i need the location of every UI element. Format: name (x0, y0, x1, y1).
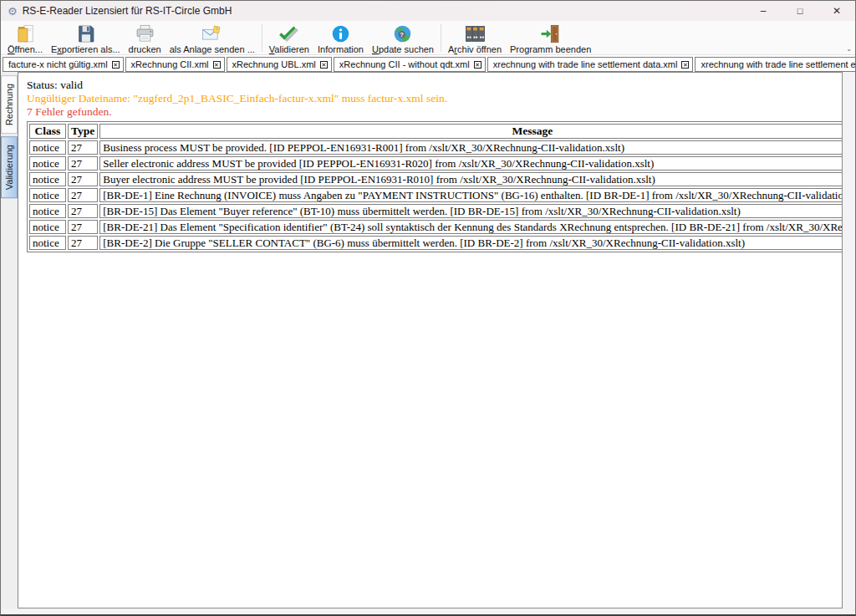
toolbar-separator (262, 24, 262, 52)
tab-close-icon[interactable]: ✕ (112, 61, 120, 69)
main-area: RechnungValidierung Status: valid Ungült… (1, 72, 855, 614)
toolbar-send-label: als Anlage senden ... (170, 44, 255, 54)
toolbar-archive-label: Archiv öffnen (448, 44, 502, 54)
archive-binders-icon (465, 23, 486, 44)
message-cell-class: notice (29, 236, 66, 250)
message-row[interactable]: notice27Buyer electronic address MUST be… (29, 172, 843, 186)
message-cell-type: 27 (68, 220, 98, 234)
toolbar-overflow-button[interactable]: ⌄ (846, 46, 852, 53)
document-tab-label: xRechnung CII.xml (131, 59, 209, 69)
folder-open-icon (15, 23, 36, 44)
column-header-type: Type (68, 124, 98, 139)
toolbar-separator (441, 24, 441, 52)
app-gear-icon: ⚙ (8, 6, 18, 17)
tab-bar: facture-x nicht gültig.xml✕xRechnung CII… (1, 55, 855, 72)
message-cell-type: 27 (68, 188, 98, 202)
document-tab-label: xrechnung with trade line settlement dat… (493, 59, 678, 69)
app-window: ⚙ RS-E-Reader Lizensiert für RS-IT-Circl… (0, 0, 856, 616)
document-tab-1[interactable]: facture-x nicht gültig.xml✕ (3, 57, 124, 72)
document-tab-4[interactable]: xRechnung CII - without qdt.xml✕ (334, 57, 486, 72)
window-controls: – □ ✕ (745, 1, 855, 21)
message-row[interactable]: notice27[BR-DE-1] Eine Rechnung (INVOICE… (29, 188, 843, 202)
close-button[interactable]: ✕ (818, 1, 855, 21)
message-cell-type: 27 (68, 204, 98, 218)
message-cell-message: Buyer electronic address MUST be provide… (99, 172, 843, 186)
message-cell-message: [BR-DE-15] Das Element "Buyer reference"… (99, 204, 843, 218)
maximize-button[interactable]: □ (782, 1, 818, 21)
printer-icon (135, 23, 155, 44)
document-tab-3[interactable]: xRechnung UBL.xml✕ (227, 57, 332, 72)
double-check-icon (278, 23, 299, 44)
toolbar-print-label: drucken (129, 44, 161, 54)
message-cell-message: [BR-DE-21] Das Element "Specification id… (99, 220, 843, 234)
column-header-message: Message (99, 124, 843, 139)
toolbar-update-label: Update suchen (372, 44, 434, 54)
document-tab-label: facture-x nicht gültig.xml (8, 59, 108, 69)
side-tab-strip: RechnungValidierung (1, 72, 18, 608)
column-header-class: Class (29, 124, 66, 139)
toolbar-export-button[interactable]: Exportieren als... (47, 23, 125, 53)
toolbar-exit-label: Programm beenden (510, 44, 591, 54)
message-cell-class: notice (29, 204, 66, 218)
title-bar: ⚙ RS-E-Reader Lizensiert für RS-IT-Circl… (1, 1, 855, 21)
table-header: ClassTypeMessage (29, 124, 843, 139)
message-cell-message: [BR-DE-2] Die Gruppe "SELLER CONTACT" (B… (99, 236, 843, 250)
tab-close-icon[interactable]: ✕ (681, 61, 689, 69)
tab-close-icon[interactable]: ✕ (474, 61, 482, 69)
toolbar-validate-label: Validieren (269, 44, 309, 54)
message-row[interactable]: notice27Seller electronic address MUST b… (29, 156, 843, 171)
toolbar-print-button[interactable]: drucken (125, 23, 166, 53)
message-cell-message: Business process MUST be provided. [ID P… (99, 140, 843, 155)
message-cell-type: 27 (68, 140, 98, 155)
toolbar: Öffnen...Exportieren als...druckenals An… (1, 21, 855, 55)
info-icon (330, 23, 351, 44)
side-tab-validierung[interactable]: Validierung (1, 136, 18, 198)
message-cell-message: Seller electronic address MUST be provid… (99, 156, 843, 171)
document-tab-5[interactable]: xrechnung with trade line settlement dat… (487, 57, 694, 72)
mail-attachment-icon (201, 23, 222, 44)
toolbar-open-label: Öffnen... (8, 44, 43, 54)
message-cell-class: notice (29, 188, 66, 202)
message-row[interactable]: notice27Business process MUST be provide… (29, 140, 843, 155)
tab-close-icon[interactable]: ✕ (213, 61, 221, 69)
message-cell-class: notice (29, 156, 66, 171)
minimize-button[interactable]: – (745, 1, 782, 21)
message-cell-message: [BR-DE-1] Eine Rechnung (INVOICE) muss A… (99, 188, 843, 202)
error-count-line: 7 Fehler gefunden. (27, 105, 842, 119)
validation-message-table: ClassTypeMessage notice27Business proces… (27, 121, 843, 252)
document-tab-6[interactable]: xrechnung with trade line settlement emp… (695, 57, 856, 72)
globe-question-icon: ? (392, 23, 413, 44)
filename-warning-line: Ungültiger Dateiname: "zugferd_2p1_BASIC… (27, 92, 842, 105)
window-title: RS-E-Reader Lizensiert für RS-IT-Circle … (23, 5, 232, 17)
save-icon (75, 23, 96, 44)
toolbar-update-button[interactable]: ?Update suchen (368, 23, 438, 53)
message-row[interactable]: notice27[BR-DE-2] Die Gruppe "SELLER CON… (29, 236, 843, 250)
exit-door-icon (540, 23, 561, 44)
message-cell-class: notice (29, 220, 66, 234)
toolbar-info-button[interactable]: Information (313, 23, 368, 53)
document-tab-label: xrechnung with trade line settlement emp… (701, 59, 856, 69)
message-row[interactable]: notice27[BR-DE-21] Das Element "Specific… (29, 220, 843, 234)
message-cell-type: 27 (68, 236, 98, 250)
toolbar-validate-button[interactable]: Validieren (265, 23, 313, 53)
toolbar-info-label: Information (318, 44, 364, 54)
message-cell-class: notice (29, 140, 66, 155)
message-cell-type: 27 (68, 172, 98, 186)
toolbar-export-label: Exportieren als... (51, 44, 120, 54)
validation-panel: Status: valid Ungültiger Dateiname: "zug… (18, 72, 843, 608)
document-tab-label: xRechnung CII - without qdt.xml (339, 59, 470, 69)
toolbar-open-button[interactable]: Öffnen... (3, 23, 47, 53)
message-cell-class: notice (29, 172, 66, 186)
document-tab-label: xRechnung UBL.xml (232, 59, 316, 69)
svg-text:?: ? (400, 31, 405, 38)
toolbar-archive-button[interactable]: Archiv öffnen (444, 23, 506, 53)
message-cell-type: 27 (68, 156, 98, 171)
message-row[interactable]: notice27[BR-DE-15] Das Element "Buyer re… (29, 204, 843, 218)
side-tab-rechnung[interactable]: Rechnung (1, 75, 18, 134)
toolbar-exit-button[interactable]: Programm beenden (506, 23, 595, 53)
tab-close-icon[interactable]: ✕ (320, 61, 328, 69)
status-line: Status: valid (27, 79, 842, 92)
document-tab-2[interactable]: xRechnung CII.xml✕ (125, 57, 225, 72)
toolbar-send-button[interactable]: als Anlage senden ... (166, 23, 259, 53)
